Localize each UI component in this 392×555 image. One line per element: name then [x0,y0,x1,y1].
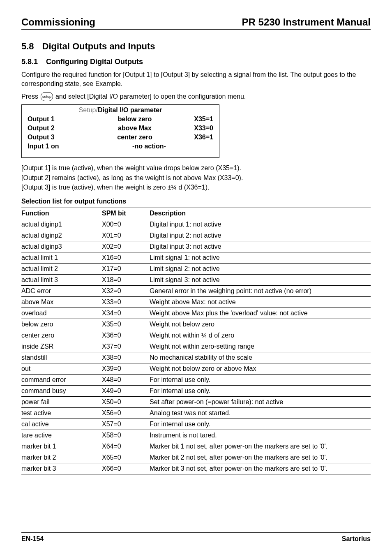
table-row: marker bit 3X66=0Marker bit 3 not set, a… [21,463,371,474]
cell-description: Analog test was not started. [150,407,371,419]
table-row: power failX50=0Set after power-on (=powe… [21,396,371,407]
cell-spm: X35=0 [102,319,150,330]
cell-description: Digital input 2: not active [150,230,371,241]
cell-description: Weight not below zero or above Max [150,363,371,374]
cell-function: ADC error [21,285,102,296]
table-row: ADC errorX32=0General error in the weigh… [21,285,371,296]
cell-spm: X49=0 [102,385,150,396]
param-value: -no action- [85,143,213,150]
param-title-gray: Setup/ [79,106,98,113]
cell-spm: X36=0 [102,330,150,341]
cell-description: Limit signal 1: not active [150,252,371,263]
cell-function: marker bit 1 [21,441,102,452]
section-title-text: Digital Outputs and Inputs [42,41,155,51]
param-row: Output 3 center zero X36=1 [22,133,219,142]
table-row: actual diginp3X02=0Digital input 3: not … [21,241,371,252]
table-row: command errorX48=0For internal use only. [21,374,371,385]
subsection-heading: 5.8.1Configuring Digital Outputs [21,58,371,66]
parameter-box-title: Setup/Digital I/O parameter [22,105,219,115]
table-row: standstillX38=0No mechanical stability o… [21,352,371,363]
cell-spm: X56=0 [102,407,150,419]
cell-function: actual diginp2 [21,230,102,241]
press-instruction: Press setup and select [Digital I/O para… [21,92,371,101]
cell-description: Weight not below zero [150,319,371,330]
param-code: X33=0 [184,125,213,132]
setup-key-icon: setup [41,92,53,101]
th-spm: SPM bit [102,208,150,219]
table-row: cal activeX57=0For internal use only. [21,419,371,430]
param-value: above Max [85,125,184,132]
header-left: Commissioning [21,16,95,28]
param-row: Output 1 below zero X35=1 [22,115,219,124]
param-row: Input 1 on -no action- [22,142,219,157]
cell-description: Weight not within zero-setting range [150,341,371,352]
table-row: above MaxX33=0Weight above Max: not acti… [21,296,371,308]
table-row: inside ZSRX37=0Weight not within zero-se… [21,341,371,352]
selection-list-heading: Selection list for output functions [21,198,371,205]
cell-spm: X00=0 [102,219,150,230]
param-code: X35=1 [184,116,213,123]
cell-function: command busy [21,385,102,396]
table-row: below zeroX35=0Weight not below zero [21,319,371,330]
cell-description: General error in the weighing point: not… [150,285,371,296]
cell-description: Limit signal 3: not active [150,274,371,285]
cell-description: Marker bit 2 not set, after power-on the… [150,452,371,463]
param-label: Output 2 [28,125,85,132]
cell-function: overload [21,308,102,319]
output-note: [Output 3] is true (active), when the we… [21,183,371,192]
table-row: test activeX56=0Analog test was not star… [21,407,371,419]
cell-description: Limit signal 2: not active [150,263,371,274]
cell-spm: X48=0 [102,374,150,385]
footer-page-number: EN-154 [21,535,44,543]
cell-spm: X37=0 [102,341,150,352]
cell-function: actual limit 3 [21,274,102,285]
press-prefix: Press [21,93,38,100]
cell-function: standstill [21,352,102,363]
output-note: [Output 2] remains (active), as long as … [21,173,371,183]
cell-spm: X58=0 [102,430,150,441]
cell-function: marker bit 3 [21,463,102,474]
param-label: Input 1 on [28,143,85,150]
output-note: [Output 1] is true (active), when the we… [21,164,371,173]
cell-function: actual limit 1 [21,252,102,263]
section-number: 5.8 [21,41,34,52]
cell-function: tare active [21,430,102,441]
table-row: command busyX49=0For internal use only. [21,385,371,396]
param-label: Output 3 [28,134,85,141]
header-right: PR 5230 Instrument Manual [242,16,371,28]
cell-spm: X33=0 [102,296,150,308]
table-row: center zeroX36=0Weight not within ¼ d of… [21,330,371,341]
cell-description: For internal use only. [150,419,371,430]
cell-function: center zero [21,330,102,341]
page-header: Commissioning PR 5230 Instrument Manual [21,16,371,30]
cell-description: Digital input 3: not active [150,241,371,252]
cell-spm: X01=0 [102,230,150,241]
cell-function: actual diginp3 [21,241,102,252]
param-label: Output 1 [28,116,85,123]
cell-function: marker bit 2 [21,452,102,463]
cell-function: actual diginp1 [21,219,102,230]
cell-function: above Max [21,296,102,308]
param-value: center zero [85,134,184,141]
cell-description: Weight not within ¼ d of zero [150,330,371,341]
cell-spm: X17=0 [102,263,150,274]
cell-spm: X38=0 [102,352,150,363]
table-row: actual diginp1X00=0Digital input 1: not … [21,219,371,230]
cell-spm: X50=0 [102,396,150,407]
cell-function: out [21,363,102,374]
cell-spm: X02=0 [102,241,150,252]
cell-spm: X16=0 [102,252,150,263]
section-heading: 5.8Digital Outputs and Inputs [21,41,371,52]
cell-description: Weight above Max: not active [150,296,371,308]
table-row: marker bit 1X64=0Marker bit 1 not set, a… [21,441,371,452]
press-suffix: and select [Digital I/O parameter] to op… [55,93,246,100]
parameter-box: Setup/Digital I/O parameter Output 1 bel… [21,104,219,158]
cell-spm: X34=0 [102,308,150,319]
param-row: Output 2 above Max X33=0 [22,124,219,133]
cell-description: Marker bit 3 not set, after power-on the… [150,463,371,474]
cell-description: Digital input 1: not active [150,219,371,230]
footer-brand: Sartorius [342,535,371,543]
cell-function: test active [21,407,102,419]
cell-spm: X18=0 [102,274,150,285]
intro-paragraph: Configure the required function for [Out… [21,70,371,88]
